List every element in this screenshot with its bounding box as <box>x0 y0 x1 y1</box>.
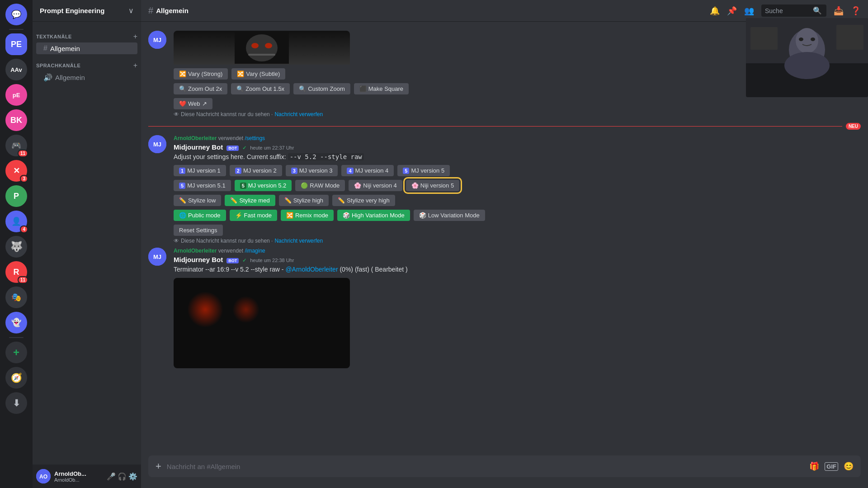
custom-zoom-button[interactable]: 🔍 Custom Zoom <box>293 83 350 94</box>
bot-badge-gen: BOT <box>226 258 239 263</box>
stylize-low-icon: ✏️ <box>179 197 186 204</box>
niji5-icon: 🌸 <box>411 182 419 189</box>
public-mode-button[interactable]: 🌐 Public mode <box>174 210 226 221</box>
search-bar[interactable]: 🔍 <box>761 5 826 17</box>
server-icon-game[interactable]: 🎮 11 <box>5 135 27 156</box>
low-variation-button[interactable]: 🎲 Low Variation Mode <box>414 210 485 221</box>
zoom-out-2x-button[interactable]: 🔍 Zoom Out 2x <box>174 83 227 94</box>
stylize-med-button[interactable]: ✏️ Stylize med <box>225 195 275 206</box>
mj-v1-button[interactable]: 1 MJ version 1 <box>174 165 226 176</box>
user-avatar: AO <box>36 469 51 483</box>
mute-icon[interactable]: 🎤 <box>107 472 116 481</box>
fast-mode-button[interactable]: ⚡ Fast mode <box>230 210 277 221</box>
category-name-voice: Sprachkanäle <box>36 63 80 68</box>
stylize-very-high-button[interactable]: ✏️ Stylize very high <box>332 195 395 206</box>
add-voice-channel-button[interactable]: + <box>133 61 137 70</box>
download-button[interactable]: ⬇ <box>5 392 27 414</box>
emoji-icon[interactable]: 😊 <box>844 461 854 471</box>
zoom-icon-3: 🔍 <box>299 85 306 92</box>
niji-v5-button[interactable]: 🌸 Niji version 5 <box>406 180 459 191</box>
user-info: ArnoldOb... ArnoldOb... <box>54 470 103 483</box>
attach-button[interactable]: + <box>156 460 161 472</box>
server-icon-bk[interactable]: BK <box>5 109 27 131</box>
eye-icon-1: 👁 <box>174 111 179 117</box>
server-icon-pe[interactable]: PE <box>5 33 27 55</box>
mj-v2-button[interactable]: 2 MJ version 2 <box>230 165 282 176</box>
vary-strong-button[interactable]: 🔀 Vary (Strong) <box>174 68 228 80</box>
web-button[interactable]: ❤️ Web ↗ <box>174 98 212 109</box>
settings-icon[interactable]: ⚙️ <box>128 472 137 481</box>
mj-v5-2-button[interactable]: 5 MJ version 5.2 <box>235 180 292 191</box>
message-input[interactable] <box>167 463 804 470</box>
message-header-settings: Midjourney Bot BOT ✓ heute um 22:37 Uhr <box>174 143 861 151</box>
server-icon-pe2[interactable]: pE <box>5 84 27 106</box>
channel-item-allgemein-voice[interactable]: 🔊 Allgemein <box>36 71 137 84</box>
stylize-low-button[interactable]: ✏️ Stylize low <box>174 195 221 206</box>
members-icon[interactable]: 👥 <box>744 6 754 16</box>
server-icon-wolf[interactable]: 🐺 <box>5 236 27 258</box>
server-icon-face4[interactable]: 👻 <box>5 312 27 333</box>
raw-mode-button[interactable]: 🟢 RAW Mode <box>295 180 345 191</box>
dismiss-link-settings[interactable]: Nachricht verwerfen <box>274 238 323 244</box>
mj-v4-button[interactable]: 4 MJ version 4 <box>341 165 394 176</box>
channel-name-allgemein: Allgemein <box>50 45 116 52</box>
zoom-out-1-5x-button[interactable]: 🔍 Zoom Out 1.5x <box>231 83 290 94</box>
channel-name-voice: Allgemein <box>55 74 134 81</box>
add-server-button[interactable]: + <box>5 342 27 363</box>
server-divider <box>9 29 24 30</box>
server-icon-face3[interactable]: 🎭 <box>5 286 27 308</box>
server-icon-community[interactable]: 👤 4 <box>5 211 27 232</box>
boost-icon[interactable]: 🔔 <box>710 6 720 16</box>
action-text-settings: ArnoldOberleiter verwendet /settings <box>174 135 861 141</box>
svg-point-20 <box>784 52 830 79</box>
external-link-icon: ↗ <box>202 100 207 107</box>
terminator-image-top <box>174 31 350 65</box>
make-square-button[interactable]: ⬛ Make Square <box>354 83 409 94</box>
inbox-icon[interactable]: 📥 <box>834 6 844 16</box>
message-time-gen: heute um 22:38 Uhr <box>250 258 294 263</box>
gen-dot-2 <box>232 296 259 323</box>
server-header[interactable]: Prompt Engineering ∨ <box>33 0 141 22</box>
svg-text:AO: AO <box>39 474 47 480</box>
channel-item-allgemein-text[interactable]: # Allgemein ⚙ 👤 <box>36 42 137 54</box>
channel-add-icon[interactable]: 👤 <box>126 45 134 52</box>
gif-icon[interactable]: GIF <box>825 462 838 471</box>
action-command-gen[interactable]: /imagine <box>245 248 265 254</box>
stylize-high-icon: ✏️ <box>284 197 292 204</box>
low-var-icon: 🎲 <box>419 212 426 219</box>
mj-v5-1-button[interactable]: 5 MJ version 5.1 <box>174 180 231 191</box>
vary-subtle-button[interactable]: 🔀 Vary (Subtle) <box>231 68 285 80</box>
message-group-settings: MJ ArnoldOberleiter verwendet /settings … <box>141 133 868 246</box>
deafen-icon[interactable]: 🎧 <box>118 472 127 481</box>
stylize-row: ✏️ Stylize low ✏️ Stylize med ✏️ Stylize… <box>174 195 861 206</box>
high-variation-button[interactable]: 🎲 High Variation Mode <box>337 210 410 221</box>
mj-v3-button[interactable]: 3 MJ version 3 <box>286 165 338 176</box>
server-icon-aav[interactable]: AAv <box>5 59 27 80</box>
version-row-2: 5 MJ version 5.1 5 MJ version 5.2 🟢 RAW … <box>174 180 861 191</box>
niji-v4-button[interactable]: 🌸 Niji version 4 <box>349 180 402 191</box>
author-settings: Midjourney Bot <box>174 143 223 151</box>
discord-icon[interactable]: 💬 <box>5 4 27 25</box>
svg-point-18 <box>799 38 803 41</box>
remix-mode-button[interactable]: 🔀 Remix mode <box>281 210 334 221</box>
channel-hash-icon: # <box>43 44 47 52</box>
server-icon-p[interactable]: P <box>5 185 27 207</box>
server-icon-r[interactable]: R 11 <box>5 261 27 283</box>
channel-settings-icon[interactable]: ⚙ <box>118 45 124 52</box>
gift-icon[interactable]: 🎁 <box>809 461 819 471</box>
add-channel-button[interactable]: + <box>133 33 137 41</box>
stylize-high-button[interactable]: ✏️ Stylize high <box>279 195 329 206</box>
action-user-gen: ArnoldOberleiter <box>174 248 217 254</box>
action-command-settings[interactable]: /settings <box>245 135 265 141</box>
v51-badge: 5 <box>179 183 185 189</box>
server-header-arrow: ∨ <box>128 6 134 15</box>
reset-settings-button[interactable]: Reset Settings <box>174 225 223 236</box>
explore-button[interactable]: 🧭 <box>5 367 27 389</box>
scroll-anchor <box>141 370 868 371</box>
pin-icon[interactable]: 📌 <box>727 6 737 16</box>
server-icon-cross[interactable]: ✕ 3 <box>5 160 27 182</box>
help-icon[interactable]: ❓ <box>851 6 861 16</box>
search-input[interactable] <box>765 7 810 14</box>
dismiss-link-1[interactable]: Nachricht verwerfen <box>274 111 323 117</box>
mj-v5-button[interactable]: 5 MJ version 5 <box>397 165 450 176</box>
